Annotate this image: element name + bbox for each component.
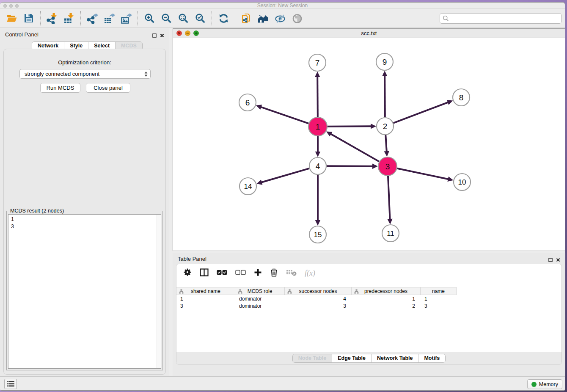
table-cell: 1 <box>176 296 235 303</box>
minimize-view-icon[interactable] <box>185 30 190 36</box>
graph-edge-3-11[interactable] <box>388 176 390 219</box>
graph-edge-3-10[interactable] <box>397 168 449 179</box>
graph-edge-arrowhead <box>371 124 376 129</box>
graph-node-label: 4 <box>316 162 320 171</box>
graph-edge-3-1[interactable] <box>330 134 379 161</box>
graph-edge-arrowhead <box>315 220 320 226</box>
graph-node-label: 2 <box>383 122 388 131</box>
maximize-view-icon[interactable] <box>193 30 199 36</box>
result-scrollbar[interactable] <box>157 215 161 368</box>
open-file-icon[interactable] <box>3 11 20 26</box>
graph-node-label: 15 <box>314 231 322 239</box>
mcds-result-fieldset: MCDS result (2 nodes) 13 <box>6 211 163 370</box>
gear-icon[interactable] <box>183 268 192 278</box>
graph-edge-2-8[interactable] <box>394 102 448 123</box>
search-input[interactable] <box>449 15 559 22</box>
table-tabs: Node TableEdge TableNetwork TableMotifs <box>292 354 446 363</box>
zoom-out-icon[interactable] <box>158 11 175 26</box>
minimize-window-icon[interactable] <box>9 4 13 8</box>
memory-status-icon <box>531 382 537 387</box>
graph-edge-2-9[interactable] <box>385 76 385 117</box>
network-view-title: scc.txt <box>173 29 565 38</box>
deselect-all-checkboxes-icon[interactable] <box>235 269 246 277</box>
search-icon <box>443 15 449 22</box>
mcds-result-line: 1 <box>11 216 161 223</box>
clone-network-icon[interactable] <box>238 11 255 26</box>
graph-edge-1-6[interactable] <box>261 107 308 124</box>
table-cell: 2 <box>352 303 421 310</box>
optimization-select[interactable]: strongly connected component <box>19 69 151 79</box>
graph-node-label: 14 <box>244 182 252 190</box>
graph-edge-4-3[interactable] <box>327 166 373 166</box>
select-stepper-icon <box>144 71 148 77</box>
home-icon[interactable] <box>255 11 272 26</box>
graph-edge-4-14[interactable] <box>261 168 309 182</box>
eye-disabled-icon[interactable] <box>289 11 306 26</box>
table-tab-network-table[interactable]: Network Table <box>371 354 418 362</box>
close-panel-button[interactable]: Close panel <box>86 83 130 93</box>
hide-eye-icon[interactable] <box>272 11 289 26</box>
app-window: Session: New Session <box>0 2 565 391</box>
delete-column-icon[interactable] <box>270 268 278 279</box>
node-table-container: f(x) shared nameMCDS rolesuccessor nodes… <box>176 264 562 364</box>
graph-edge-1-2[interactable] <box>328 126 371 127</box>
save-session-icon[interactable] <box>20 11 37 26</box>
split-columns-icon[interactable] <box>200 268 209 278</box>
graph-edge-arrowhead <box>315 72 320 77</box>
close-view-icon[interactable] <box>176 30 182 36</box>
table-tab-motifs[interactable]: Motifs <box>418 354 445 362</box>
memory-button[interactable]: Memory <box>527 379 562 389</box>
table-panel: Table Panel f(x) shared nameMCDS rolesuc… <box>173 253 565 377</box>
export-table-icon[interactable] <box>101 11 118 26</box>
import-network-icon[interactable] <box>44 11 61 26</box>
select-all-checkboxes-icon[interactable] <box>217 269 227 277</box>
mcds-result-line: 3 <box>11 223 161 230</box>
graph-edge-2-3[interactable] <box>385 135 386 152</box>
column-header-shared-name[interactable]: shared name <box>176 287 235 295</box>
control-panel-title: Control Panel <box>5 31 39 38</box>
task-history-button[interactable] <box>4 379 17 389</box>
import-table-icon[interactable] <box>61 11 77 26</box>
column-header-successor-nodes[interactable]: successor nodes <box>285 287 352 295</box>
graph-edge-arrowhead <box>447 177 453 182</box>
toolbar-separator <box>138 11 138 25</box>
graph-node-label: 9 <box>383 58 387 66</box>
maximize-window-icon[interactable] <box>15 4 19 8</box>
table-tab-node-table[interactable]: Node Table <box>293 354 332 362</box>
graph-edge-arrowhead <box>387 219 392 224</box>
main-toolbar <box>0 9 565 28</box>
table-row[interactable]: 1dominator411 <box>176 296 457 303</box>
column-header-MCDS-role[interactable]: MCDS role <box>235 287 285 295</box>
graph-node-label: 7 <box>315 58 320 67</box>
graph-edge-1-7[interactable] <box>317 77 318 117</box>
network-canvas[interactable]: 7968124314101511 <box>173 38 565 251</box>
column-header-predecessor-nodes[interactable]: predecessor nodes <box>352 287 421 295</box>
close-panel-icon[interactable] <box>160 32 164 39</box>
zoom-fit-icon[interactable] <box>175 11 192 26</box>
float-table-panel-icon[interactable] <box>548 256 553 264</box>
list-icon <box>7 381 14 387</box>
table-row[interactable]: 3dominator323 <box>176 303 457 310</box>
float-panel-icon[interactable] <box>152 32 157 39</box>
mcds-panel: Optimization criterion: strongly connect… <box>3 49 166 375</box>
run-mcds-button[interactable]: Run MCDS <box>40 83 80 93</box>
column-header-name[interactable]: name <box>421 287 457 295</box>
add-column-icon[interactable] <box>254 268 262 278</box>
table-cell: 1 <box>352 296 421 303</box>
export-network-icon[interactable] <box>84 11 101 26</box>
delete-table-icon[interactable] <box>286 269 297 278</box>
function-builder-icon[interactable]: f(x) <box>305 269 315 278</box>
window-controls <box>3 4 19 8</box>
mcds-result-box[interactable]: 13 <box>8 214 161 369</box>
export-image-icon[interactable] <box>118 11 135 26</box>
refresh-layout-icon[interactable] <box>215 11 232 26</box>
optimization-value: strongly connected component <box>25 71 99 77</box>
close-window-icon[interactable] <box>3 4 7 8</box>
zoom-selected-icon[interactable] <box>192 11 209 26</box>
graph-node-label: 6 <box>245 98 250 107</box>
close-table-panel-icon[interactable] <box>556 256 560 264</box>
graph-edge-arrowhead <box>315 152 320 157</box>
zoom-in-icon[interactable] <box>141 11 158 26</box>
table-tab-edge-table[interactable]: Edge Table <box>332 354 371 362</box>
toolbar-separator <box>80 11 81 25</box>
